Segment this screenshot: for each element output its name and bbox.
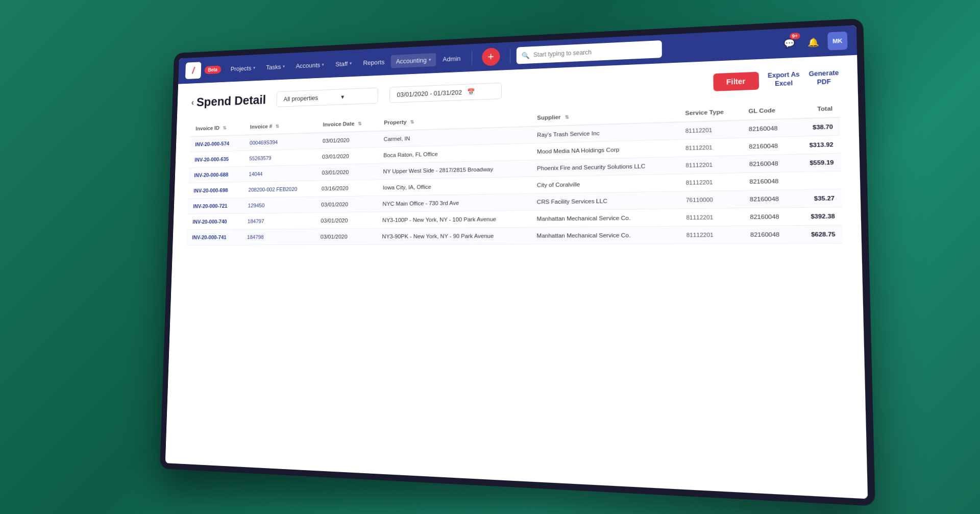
chevron-down-icon: ▾ xyxy=(322,62,325,66)
service-type-cell: 76110000 xyxy=(679,190,743,209)
nav-tasks[interactable]: Tasks ▾ xyxy=(261,60,289,74)
invoice-date-cell: 03/01/2020 xyxy=(316,163,377,181)
invoice-num-cell: 000469S394 xyxy=(250,139,278,145)
supplier-cell: CRS Facility Services LLC xyxy=(531,191,680,210)
invoice-id-cell: INV-20-000-688 xyxy=(194,172,228,178)
nav-staff[interactable]: Staff ▾ xyxy=(331,56,357,70)
service-type-cell: 81112201 xyxy=(679,208,743,226)
chevron-down-icon: ▾ xyxy=(429,57,431,62)
invoice-id-cell: INV-20-000-574 xyxy=(195,140,229,147)
invoice-num-cell: 184798 xyxy=(247,234,264,239)
total-cell xyxy=(795,171,842,189)
search-input[interactable] xyxy=(533,45,656,58)
invoice-id-cell: INV-20-000-635 xyxy=(194,156,229,162)
nav-accounting[interactable]: Accounting ▾ xyxy=(391,53,436,68)
nav-reports[interactable]: Reports xyxy=(358,55,389,69)
service-type-cell: 81112201 xyxy=(679,173,743,191)
chevron-down-icon: ▾ xyxy=(253,65,256,70)
nav-accounts[interactable]: Accounts ▾ xyxy=(291,58,329,72)
service-type-cell: 81112201 xyxy=(679,138,742,157)
invoice-id-cell: INV-20-000-721 xyxy=(193,203,227,209)
col-invoice-num[interactable]: Invoice # ⇅ xyxy=(244,117,317,135)
search-icon: 🔍 xyxy=(521,51,529,59)
sort-icon: ⇅ xyxy=(223,125,226,130)
nav-divider-2 xyxy=(510,48,510,63)
app-logo[interactable]: / xyxy=(185,62,201,79)
gl-code-cell: 82160048 xyxy=(742,154,794,173)
property-cell: NYC Main Office - 730 3rd Ave xyxy=(377,193,531,212)
gl-code-cell: 82160048 xyxy=(743,207,796,226)
supplier-cell: Mood Media NA Holdings Corp xyxy=(531,139,679,160)
gl-code-cell: 82160048 xyxy=(743,172,795,190)
invoice-id-cell: INV-20-000-741 xyxy=(192,234,227,240)
col-invoice-id[interactable]: Invoice ID ⇅ xyxy=(190,119,245,137)
gl-code-cell: 82160048 xyxy=(743,225,796,243)
property-cell: Iowa City, IA, Office xyxy=(377,177,531,195)
property-cell: NY Upper West Side - 2817/2815 Broadway xyxy=(377,160,531,179)
nav-projects[interactable]: Projects ▾ xyxy=(226,61,260,75)
invoice-date-cell: 03/16/2020 xyxy=(316,179,377,196)
invoice-date-cell: 03/01/2020 xyxy=(315,228,377,244)
invoice-id-cell: INV-20-000-740 xyxy=(192,218,227,225)
main-content: ‹ Spend Detail All properties ▾ 03/01/20… xyxy=(165,55,868,499)
screen: / Beta Projects ▾ Tasks ▾ Accounts ▾ Sta… xyxy=(165,25,868,499)
notification-badge: 9+ xyxy=(790,32,800,39)
back-button[interactable]: ‹ Spend Detail xyxy=(191,92,266,109)
search-box[interactable]: 🔍 xyxy=(516,40,662,64)
property-select[interactable]: All properties ▾ xyxy=(277,87,379,106)
add-button[interactable]: + xyxy=(482,47,500,66)
property-cell: NY3-90PK - New York, NY - 90 Park Avenue xyxy=(376,227,531,244)
total-cell: $559.19 xyxy=(794,153,841,172)
gl-code-cell: 82160048 xyxy=(742,118,794,138)
gl-code-cell: 82160048 xyxy=(742,136,794,155)
sort-icon: ⇅ xyxy=(565,114,569,119)
total-cell: $38.70 xyxy=(794,117,840,136)
calendar-icon: 📅 xyxy=(467,88,475,95)
invoice-date-cell: 03/01/2020 xyxy=(316,147,378,164)
page-title: Spend Detail xyxy=(197,92,266,109)
sort-icon: ⇅ xyxy=(358,120,362,126)
spend-detail-table: Invoice ID ⇅ Invoice # ⇅ Invoice Date ⇅ … xyxy=(180,100,848,484)
gl-code-cell: 82160048 xyxy=(743,189,795,208)
service-type-cell: 81112201 xyxy=(679,226,743,243)
notifications-button[interactable]: 🔔 xyxy=(803,32,823,51)
user-avatar[interactable]: MK xyxy=(827,31,847,50)
bell-icon: 🔔 xyxy=(807,36,819,47)
supplier-cell: Manhattan Mechanical Service Co. xyxy=(530,226,679,244)
service-type-cell: 81112201 xyxy=(679,120,742,139)
invoice-date-cell: 03/01/2020 xyxy=(317,131,378,149)
supplier-cell: Phoenix Fire and Security Solutions LLC xyxy=(531,157,679,177)
property-cell: NY3-100P - New York, NY - 100 Park Avenu… xyxy=(377,210,531,228)
invoice-num-cell: 14044 xyxy=(249,170,262,177)
invoice-num-cell: 208200-002 FEB2020 xyxy=(249,186,298,192)
header-actions: Filter Export AsExcel GeneratePDF xyxy=(713,68,839,91)
chevron-down-icon: ▾ xyxy=(350,61,352,66)
supplier-cell: Manhattan Mechanical Service Co. xyxy=(531,209,680,227)
export-excel-button[interactable]: Export AsExcel xyxy=(768,70,800,88)
nav-admin[interactable]: Admin xyxy=(438,51,466,65)
sort-icon: ⇅ xyxy=(276,124,279,129)
laptop-frame: / Beta Projects ▾ Tasks ▾ Accounts ▾ Sta… xyxy=(160,18,875,506)
total-cell: $313.92 xyxy=(794,135,841,154)
invoice-num-cell: 55263579 xyxy=(249,155,271,161)
col-invoice-date[interactable]: Invoice Date ⇅ xyxy=(317,115,378,133)
service-type-cell: 81112201 xyxy=(679,155,743,174)
supplier-cell: City of Coralville xyxy=(531,174,679,193)
nav-divider xyxy=(472,50,472,65)
invoice-date-cell: 03/01/2020 xyxy=(315,212,377,229)
date-range-picker[interactable]: 03/01/2020 - 01/31/202 📅 xyxy=(389,82,502,103)
col-total: Total xyxy=(793,100,840,118)
chevron-down-icon: ▾ xyxy=(283,64,285,68)
back-arrow-icon: ‹ xyxy=(191,97,194,107)
col-gl-code: GL Code xyxy=(742,101,794,120)
generate-pdf-button[interactable]: GeneratePDF xyxy=(808,69,839,87)
logo-symbol: / xyxy=(192,65,194,76)
messages-button[interactable]: 💬 9+ xyxy=(779,34,799,53)
total-cell: $392.38 xyxy=(795,207,842,225)
invoice-num-cell: 129450 xyxy=(248,202,265,208)
filter-button[interactable]: Filter xyxy=(713,71,759,91)
chevron-down-icon: ▾ xyxy=(341,93,345,100)
total-cell: $628.75 xyxy=(796,225,843,243)
invoice-num-cell: 184797 xyxy=(248,218,264,224)
col-service-type: Service Type xyxy=(678,103,742,122)
